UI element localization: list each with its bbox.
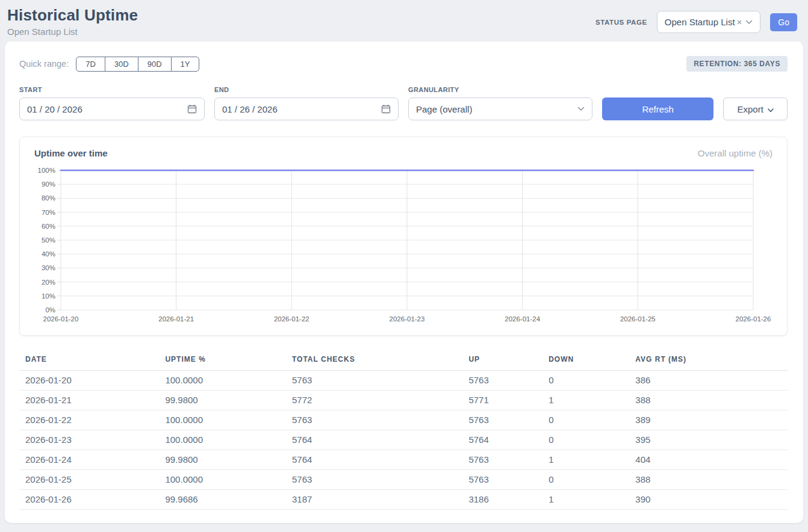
granularity-field: GRANULARITY Page (overall) [408,86,592,120]
clear-selection-icon[interactable]: × [737,17,742,26]
table-cell: 100.0000 [165,371,292,391]
svg-text:2026-01-20: 2026-01-20 [43,315,79,323]
table-cell: 2026-01-23 [19,430,165,450]
status-page-select[interactable]: Open Startup List × [657,11,761,33]
chart-title: Uptime over time [34,148,108,158]
column-header: TOTAL CHECKS [292,351,468,371]
table-cell: 395 [635,430,788,450]
svg-text:70%: 70% [42,209,55,216]
table-cell: 5771 [468,391,549,410]
go-button[interactable]: Go [770,13,797,31]
granularity-selected-value: Page (overall) [416,104,472,114]
main-card: Quick range: 7D30D90D1Y RETENTION: 365 D… [5,42,803,523]
table-cell: 3187 [292,490,468,510]
svg-text:20%: 20% [42,279,55,286]
quick-range-row: Quick range: 7D30D90D1Y RETENTION: 365 D… [19,56,788,72]
table-cell: 5763 [292,470,468,490]
table-cell: 5763 [292,371,468,391]
table-cell: 2026-01-20 [19,371,165,391]
quick-range-label: Quick range: [19,59,69,69]
column-header: DATE [19,351,165,371]
granularity-label: GRANULARITY [408,86,592,93]
column-header: UP [468,351,549,371]
table-cell: 404 [635,450,788,470]
table-cell: 388 [635,391,788,410]
calendar-icon[interactable] [381,104,391,114]
svg-text:10%: 10% [42,292,55,300]
uptime-line-chart[interactable]: 0%10%20%30%40%50%60%70%80%90%100%2026-01… [26,164,781,328]
table-row: 2026-01-22100.0000576357630389 [19,410,788,430]
table-row: 2026-01-2199.9800577257711388 [19,391,788,410]
start-date-field: START 01 / 20 / 2026 [19,86,205,120]
table-cell: 5772 [292,391,468,410]
quick-range-90d-button[interactable]: 90D [138,57,172,72]
table-body: 2026-01-20100.00005763576303862026-01-21… [19,371,788,510]
svg-text:40%: 40% [42,250,55,258]
table-row: 2026-01-20100.0000576357630386 [19,371,788,391]
table-cell: 5763 [468,371,549,391]
end-date-field: END 01 / 26 / 2026 [214,86,399,120]
title-block: Historical Uptime Open Startup List [7,6,138,37]
table-cell: 2026-01-24 [19,450,165,470]
table-row: 2026-01-2699.9686318731861390 [19,490,788,510]
chart-card: Uptime over time Overall uptime (%) 0%10… [19,137,788,336]
export-button-label: Export [738,104,763,114]
table-cell: 1 [549,391,635,410]
chevron-down-icon [768,104,774,114]
table-cell: 0 [549,410,635,430]
filter-controls-row: START 01 / 20 / 2026 END 01 / 26 / 2026 … [19,86,788,120]
page-title: Historical Uptime [7,6,138,25]
quick-range-1y-button[interactable]: 1Y [171,57,200,72]
status-page-controls: STATUS PAGE Open Startup List × Go [595,11,797,33]
quick-range-7d-button[interactable]: 7D [76,57,105,72]
table-cell: 386 [635,371,788,391]
start-date-value: 01 / 20 / 2026 [27,104,82,114]
end-date-value: 01 / 26 / 2026 [222,104,278,114]
svg-text:2026-01-26: 2026-01-26 [736,315,771,323]
table-row: 2026-01-23100.0000576457640395 [19,430,788,450]
table-cell: 100.0000 [165,410,292,430]
svg-text:2026-01-21: 2026-01-21 [158,315,194,323]
table-cell: 1 [549,450,635,470]
table-cell: 5763 [292,410,468,430]
page-header: Historical Uptime Open Startup List STAT… [0,0,808,37]
table-cell: 99.9800 [165,391,292,410]
chart-legend-label: Overall uptime (%) [698,148,772,158]
table-cell: 100.0000 [165,430,292,450]
start-date-input[interactable]: 01 / 20 / 2026 [19,97,205,120]
table-cell: 99.9686 [165,490,292,510]
retention-badge: RETENTION: 365 DAYS [686,56,788,72]
table-row: 2026-01-25100.0000576357630388 [19,470,788,490]
table-cell: 100.0000 [165,470,292,490]
table-cell: 2026-01-26 [19,490,165,510]
refresh-button[interactable]: Refresh [602,97,713,120]
table-cell: 2026-01-21 [19,391,165,410]
chevron-down-icon [745,20,753,25]
svg-text:90%: 90% [42,181,55,188]
status-page-selected-value: Open Startup List [665,17,735,27]
table-header-row: DATEUPTIME %TOTAL CHECKSUPDOWNAVG RT (MS… [19,351,788,371]
svg-text:2026-01-23: 2026-01-23 [390,315,425,323]
chevron-down-icon [577,107,585,111]
table-cell: 1 [549,490,635,510]
svg-text:50%: 50% [42,237,55,244]
quick-range-30d-button[interactable]: 30D [105,57,138,72]
calendar-icon[interactable] [187,104,197,114]
table-cell: 5764 [292,430,468,450]
status-page-label: STATUS PAGE [595,19,647,26]
granularity-select[interactable]: Page (overall) [408,97,592,120]
export-button[interactable]: Export [723,97,788,120]
end-date-input[interactable]: 01 / 26 / 2026 [214,97,399,120]
column-header: DOWN [549,351,635,371]
table-cell: 2026-01-25 [19,470,165,490]
column-header: AVG RT (MS) [635,351,788,371]
column-header: UPTIME % [165,351,292,371]
uptime-table: DATEUPTIME %TOTAL CHECKSUPDOWNAVG RT (MS… [19,351,788,510]
table-cell: 0 [549,371,635,391]
svg-text:2026-01-25: 2026-01-25 [620,315,656,323]
table-cell: 388 [635,470,788,490]
table-cell: 0 [549,430,635,450]
table-cell: 5764 [292,450,468,470]
table-row: 2026-01-2499.9800576457631404 [19,450,788,470]
table-cell: 3186 [468,490,549,510]
